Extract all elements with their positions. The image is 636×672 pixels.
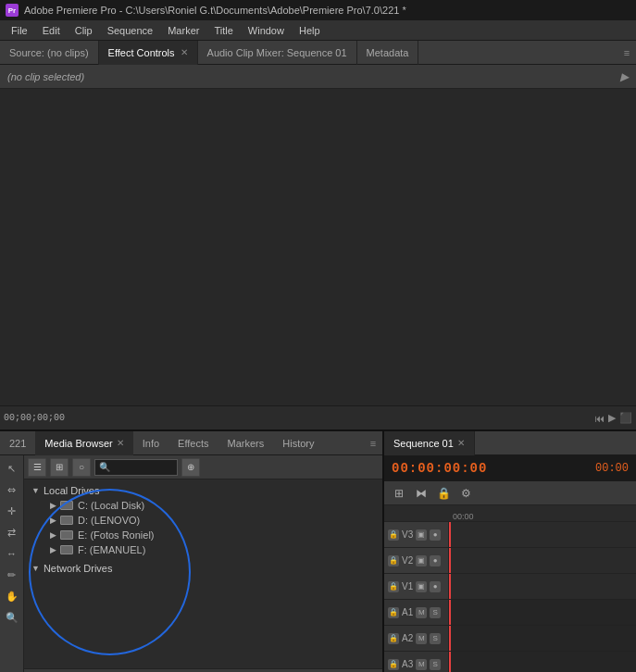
tool-lock-seq[interactable]: 🔒 (434, 484, 453, 503)
drive-c-icon (60, 501, 73, 510)
tool-slip[interactable]: ⇄ (3, 523, 21, 541)
tool-resize[interactable]: ↔ (3, 544, 21, 563)
top-panel-menu[interactable]: ≡ (617, 41, 636, 65)
menu-bar: File Edit Clip Sequence Marker Title Win… (0, 20, 636, 41)
tool-link[interactable]: ⧓ (412, 484, 430, 503)
menu-edit[interactable]: Edit (35, 23, 68, 38)
bottom-toolbar: ⊟ ⊠ ▲ ▲ (24, 668, 382, 672)
track-v2-header: 🔒 V2 ▣ ● (384, 548, 449, 573)
bottom-section: 221 Media Browser ✕ Info Effects Markers… (0, 429, 636, 672)
seq-tools: ⊞ ⧓ 🔒 ⚙ (384, 481, 636, 505)
network-drives-header[interactable]: ▼ Network Drives (24, 561, 382, 576)
track-a1-body (449, 600, 636, 625)
tab-metadata[interactable]: Metadata (357, 41, 419, 65)
ruler-label-00: 00:00 (449, 512, 478, 521)
drive-e[interactable]: ▶ E: (Fotos Roniel) (24, 528, 382, 542)
filter-btn[interactable]: ☰ (28, 458, 46, 477)
track-a3-m[interactable]: M (416, 659, 427, 670)
tool-settings[interactable]: ⚙ (456, 484, 475, 503)
drive-f[interactable]: ▶ F: (EMANUEL) (24, 542, 382, 557)
tab-effect-controls[interactable]: Effect Controls ✕ (99, 41, 198, 65)
media-browser-toolbar: ☰ ⊞ ○ ⊕ (24, 455, 382, 479)
tool-pen[interactable]: ✏ (3, 566, 21, 584)
track-a2-s[interactable]: S (430, 633, 441, 644)
track-a2-body (449, 626, 636, 651)
close-media-browser[interactable]: ✕ (117, 438, 124, 448)
effect-controls-content (0, 89, 636, 405)
icon-view-btn[interactable]: ○ (72, 458, 91, 477)
menu-file[interactable]: File (4, 23, 35, 38)
right-panel: Sequence 01 ✕ 00:00:00:00 00:00 ⊞ ⧓ 🔒 ⚙ … (384, 431, 636, 672)
playback-rewind[interactable]: ⏮ (594, 413, 605, 424)
top-panel: Source: (no clips) Effect Controls ✕ Aud… (0, 41, 636, 429)
track-v2-body (449, 548, 636, 573)
left-panel: 221 Media Browser ✕ Info Effects Markers… (0, 431, 384, 672)
menu-clip[interactable]: Clip (68, 23, 100, 38)
tool-select[interactable]: ↖ (3, 459, 21, 478)
tab-source[interactable]: Source: (no clips) (0, 41, 99, 65)
seq-tab-bar: Sequence 01 ✕ (384, 431, 636, 455)
local-drives-header[interactable]: ▼ Local Drives (24, 483, 382, 498)
more-btn[interactable]: ⊕ (181, 458, 200, 477)
track-a1-s[interactable]: S (430, 607, 441, 618)
tab-effects[interactable]: Effects (168, 431, 218, 455)
track-v1-header: 🔒 V1 ▣ ● (384, 574, 449, 599)
tab-media-browser[interactable]: Media Browser ✕ (35, 431, 132, 455)
tab-audio-mixer[interactable]: Audio Clip Mixer: Sequence 01 (198, 41, 357, 65)
track-v3-eye[interactable]: ● (430, 529, 441, 541)
drive-f-arrow: ▶ (50, 545, 56, 554)
track-v1-cam[interactable]: ▣ (416, 581, 427, 592)
track-a3-lock[interactable]: 🔒 (388, 659, 399, 670)
list-view-btn[interactable]: ⊞ (50, 458, 69, 477)
drive-d[interactable]: ▶ D: (LENOVO) (24, 513, 382, 528)
playback-export[interactable]: ⬛ (619, 412, 632, 424)
close-sequence[interactable]: ✕ (457, 438, 465, 448)
tab-info[interactable]: Info (133, 431, 168, 455)
track-v2-eye[interactable]: ● (430, 555, 441, 566)
track-v1-eye[interactable]: ● (430, 581, 441, 592)
menu-marker[interactable]: Marker (160, 23, 206, 38)
track-v3: 🔒 V3 ▣ ● (384, 522, 636, 548)
track-a1-m[interactable]: M (416, 607, 427, 618)
playback-play[interactable]: ▶ (608, 412, 616, 424)
track-v1-body (449, 574, 636, 599)
tracks-area: 🔒 V3 ▣ ● 🔒 V2 ▣ ● (384, 522, 636, 672)
seq-tab-sequence01[interactable]: Sequence 01 ✕ (384, 431, 475, 455)
drive-f-icon (60, 545, 73, 554)
tool-arrows[interactable]: ⇔ (3, 480, 21, 499)
tab-markers[interactable]: Markers (218, 431, 274, 455)
track-v3-lock[interactable]: 🔒 (388, 529, 399, 541)
track-a2-lock[interactable]: 🔒 (388, 633, 399, 644)
tool-hand[interactable]: ✋ (3, 587, 21, 605)
tab-221[interactable]: 221 (0, 431, 35, 455)
track-a3-body (449, 652, 636, 672)
track-v2-cam[interactable]: ▣ (416, 555, 427, 566)
drive-d-arrow: ▶ (50, 516, 56, 525)
network-drives-group: ▼ Network Drives (24, 561, 382, 576)
tool-magnet[interactable]: ⊞ (390, 484, 408, 503)
track-a1-lock[interactable]: 🔒 (388, 607, 399, 618)
track-a3-header: 🔒 A3 M S (384, 652, 449, 672)
menu-title[interactable]: Title (206, 23, 240, 38)
track-a2: 🔒 A2 M S (384, 626, 636, 652)
track-a2-m[interactable]: M (416, 633, 427, 644)
tab-history[interactable]: History (273, 431, 323, 455)
tool-zoom[interactable]: 🔍 (3, 608, 21, 627)
network-drives-arrow: ▼ (31, 564, 40, 573)
timecode-display[interactable]: 00:00:00:00 (392, 461, 487, 476)
drive-c[interactable]: ▶ C: (Local Disk) (24, 498, 382, 513)
track-a3-s[interactable]: S (430, 659, 441, 670)
vertical-toolbar: ↖ ⇔ ✛ ⇄ ↔ ✏ ✋ 🔍 (0, 455, 24, 672)
bottom-panel-menu[interactable]: ≡ (364, 431, 382, 455)
tool-move[interactable]: ✛ (3, 502, 21, 520)
track-v2-lock[interactable]: 🔒 (388, 555, 399, 566)
close-effect-controls[interactable]: ✕ (181, 47, 188, 57)
track-v1-lock[interactable]: 🔒 (388, 581, 399, 592)
top-timecode: 00;00;00;00 (4, 413, 65, 423)
menu-window[interactable]: Window (241, 23, 292, 38)
track-v3-cam[interactable]: ▣ (416, 529, 427, 541)
menu-sequence[interactable]: Sequence (100, 23, 161, 38)
search-input[interactable] (94, 459, 178, 476)
title-text: Adobe Premiere Pro - C:\Users\Roniel G.t… (24, 5, 406, 16)
menu-help[interactable]: Help (292, 23, 328, 38)
